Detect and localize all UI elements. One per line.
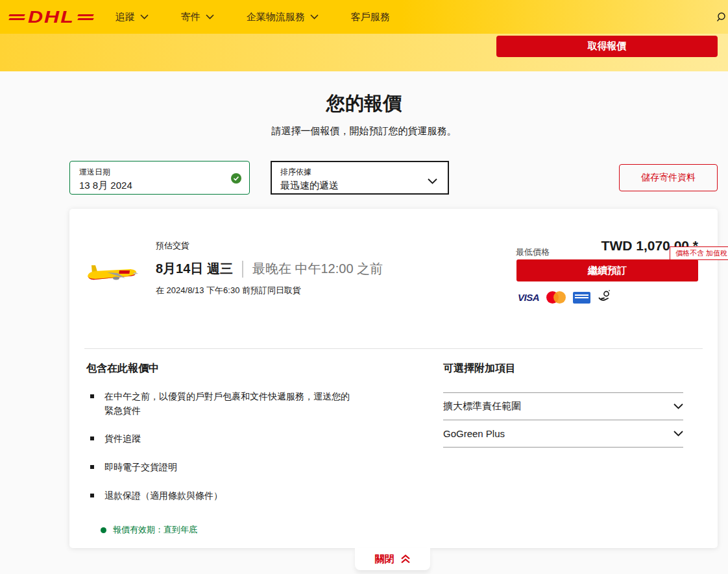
dhl-plane-image [85, 257, 140, 289]
save-shipment-button[interactable]: 儲存寄件資料 [619, 164, 718, 191]
price-tooltip: 價格不含 加值稅 [670, 246, 728, 260]
addons-title: 可選擇附加項目 [443, 362, 683, 376]
nav-item-ship[interactable]: 寄件 [181, 11, 214, 23]
ship-date-value: 13 8月 2024 [79, 180, 240, 192]
double-chevron-up-icon [400, 555, 411, 564]
close-button[interactable]: 關閉 [355, 548, 430, 570]
included-list: 在中午之前，以優質的戶對戶包裹和文件快遞服務，運送您的緊急貨件 貨件追蹤 即時電… [86, 390, 372, 503]
included-item: 在中午之前，以優質的戶對戶包裹和文件快遞服務，運送您的緊急貨件 [86, 390, 351, 418]
page-subtitle: 請選擇一個報價，開始預訂您的貨運服務。 [0, 125, 728, 138]
green-dot-icon [101, 527, 106, 533]
divider [84, 348, 703, 349]
addons-section: 可選擇附加項目 擴大標準責任範圍 GoGreen Plus [443, 362, 683, 448]
cash-hand-icon [598, 289, 611, 305]
addon-gogreen-plus[interactable]: GoGreen Plus [443, 420, 683, 448]
amex-icon [573, 292, 590, 304]
divider [242, 261, 243, 278]
quote-banner: 取得報價 [0, 34, 728, 71]
nav-item-customer-service[interactable]: 客戶服務 [351, 11, 390, 23]
ship-date-label: 運送日期 [79, 167, 240, 178]
included-section: 包含在此報價中 在中午之前，以優質的戶對戶包裹和文件快遞服務，運送您的緊急貨件 … [86, 362, 372, 517]
nav-item-logistics[interactable]: 企業物流服務 [247, 11, 319, 23]
addon-label: GoGreen Plus [443, 428, 505, 439]
continue-booking-button[interactable]: 繼續預訂 [516, 259, 698, 281]
lowest-price-label: 最低價格 [516, 246, 550, 258]
search-icon[interactable] [716, 12, 728, 23]
quote-validity: 報價有效期：直到年底 [101, 524, 197, 536]
payment-methods: VISA [518, 289, 611, 305]
addon-extended-liability[interactable]: 擴大標準責任範圍 [443, 393, 683, 420]
main-navigation: 追蹤 寄件 企業物流服務 客戶服務 [115, 11, 390, 23]
chevron-down-icon [673, 403, 683, 409]
visa-icon: VISA [518, 292, 539, 303]
top-navbar: DHL 追蹤 寄件 企業物流服務 客戶服務 [0, 0, 728, 34]
estimated-delivery-label: 預估交貨 [156, 240, 383, 252]
delivery-info: 預估交貨 8月14日 週三 最晚在 中午12:00 之前 在 2024/8/13… [156, 240, 383, 296]
quote-card: 預估交貨 8月14日 週三 最晚在 中午12:00 之前 在 2024/8/13… [69, 209, 718, 548]
chevron-down-icon [673, 431, 683, 436]
included-title: 包含在此報價中 [86, 362, 372, 376]
chevron-down-icon [140, 14, 149, 19]
dhl-logo-right-bars [78, 14, 93, 20]
addon-label: 擴大標準責任範圍 [443, 400, 521, 413]
nav-item-track[interactable]: 追蹤 [115, 11, 149, 23]
nav-item-track-label: 追蹤 [115, 11, 135, 23]
chevron-down-icon [428, 175, 437, 187]
page-title: 您的報價 [0, 91, 728, 117]
delivery-cutoff: 最晚在 中午12:00 之前 [252, 260, 383, 278]
nav-item-customer-service-label: 客戶服務 [351, 11, 390, 23]
chevron-down-icon [206, 14, 214, 19]
validity-text: 報價有效期：直到年底 [113, 524, 197, 536]
close-button-label: 關閉 [375, 553, 394, 566]
sort-dropdown[interactable]: 排序依據 最迅速的遞送 [271, 161, 449, 195]
sort-value: 最迅速的遞送 [280, 180, 439, 192]
mastercard-icon [546, 291, 566, 304]
included-item: 即時電子交貨證明 [86, 460, 351, 475]
chevron-down-icon [310, 14, 319, 19]
included-item: 退款保證（適用條款與條件） [86, 489, 351, 503]
dhl-logo-text: DHL [28, 8, 75, 25]
get-quote-button[interactable]: 取得報價 [496, 36, 718, 57]
nav-item-ship-label: 寄件 [181, 11, 200, 23]
nav-item-logistics-label: 企業物流服務 [247, 11, 305, 23]
dhl-logo-left-bars [9, 14, 25, 20]
booking-deadline: 在 2024/8/13 下午6:30 前預訂同日取貨 [156, 285, 383, 296]
included-item: 貨件追蹤 [86, 432, 351, 446]
check-circle-icon [231, 173, 241, 186]
dhl-logo[interactable]: DHL [9, 6, 93, 27]
sort-label: 排序依據 [280, 167, 439, 178]
delivery-date: 8月14日 週三 [156, 260, 233, 278]
ship-date-field[interactable]: 運送日期 13 8月 2024 [69, 161, 250, 195]
